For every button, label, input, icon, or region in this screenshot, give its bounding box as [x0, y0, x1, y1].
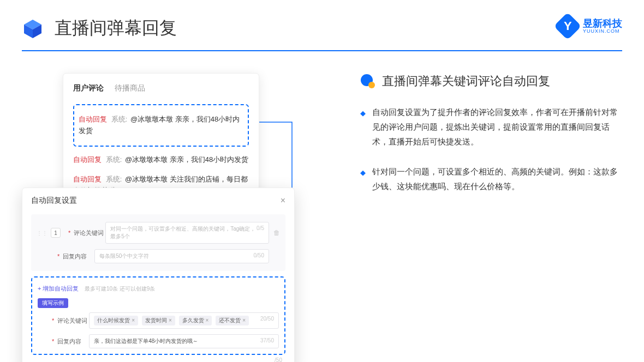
- diamond-icon: ◆: [360, 107, 366, 149]
- required-star-icon: *: [57, 253, 59, 260]
- tab-pending-goods[interactable]: 待播商品: [115, 83, 145, 95]
- example-highlight-box: + 增加自动回复 最多可建10条 还可以创建9条 填写示例 * 评论关键词 什么…: [31, 276, 285, 355]
- auto-reply-settings-modal: 自动回复设置 × ⋮⋮ 1 * 评论关键词 对同一个问题，可设置多个相近、高频的…: [22, 188, 295, 362]
- add-auto-reply-link[interactable]: + 增加自动回复: [38, 285, 79, 293]
- tab-bar: 用户评论 待播商品: [73, 83, 249, 95]
- required-star-icon: *: [68, 230, 70, 236]
- order-number: 1: [51, 228, 61, 238]
- close-icon[interactable]: ×: [281, 196, 285, 206]
- modal-title: 自动回复设置: [31, 196, 77, 206]
- delete-icon[interactable]: 🗑: [273, 229, 280, 237]
- highlighted-comment: 自动回复 系统: @冰墩墩本墩 亲亲，我们48小时内发货: [73, 104, 249, 147]
- chat-bubble-icon: [360, 74, 375, 89]
- keyword-tag[interactable]: 发货时间: [142, 316, 175, 325]
- logo-icon: Y: [554, 13, 582, 40]
- reply-form-block: ⋮⋮ 1 * 评论关键词 对同一个问题，可设置多个相近、高频的关键词，Tag确定…: [31, 214, 285, 271]
- cube-icon: [22, 17, 44, 39]
- footer-count: /50: [31, 355, 285, 362]
- example-content-input[interactable]: 亲，我们这边都是下单48小时内发货的哦～ 37/50: [89, 334, 279, 348]
- keyword-input[interactable]: 对同一个问题，可设置多个相近、高频的关键词，Tag确定，最多5个 0/5: [105, 222, 269, 244]
- tab-user-comments[interactable]: 用户评论: [73, 83, 104, 95]
- system-tag: 系统:: [111, 115, 128, 123]
- logo-text-cn: 昱新科技: [583, 19, 622, 28]
- diamond-icon: ◆: [360, 166, 366, 194]
- keyword-tag[interactable]: 多久发货: [179, 316, 212, 325]
- bullet-item: ◆ 自动回复设置为了提升作者的评论回复效率，作者可在开播前针对常见的评论用户问题…: [360, 105, 622, 149]
- content-input[interactable]: 每条限50个中文字符 0/50: [94, 249, 269, 263]
- drag-handle-icon[interactable]: ⋮⋮: [37, 230, 47, 236]
- add-hint-text: 最多可建10条 还可以创建9条: [85, 286, 155, 292]
- section-title: 直播间弹幕关键词评论自动回复: [382, 73, 550, 89]
- screenshot-stack: 用户评论 待播商品 自动回复 系统: @冰墩墩本墩 亲亲，我们48小时内发货 自…: [22, 73, 311, 335]
- description-column: 直播间弹幕关键词评论自动回复 ◆ 自动回复设置为了提升作者的评论回复效率，作者可…: [311, 73, 622, 335]
- svg-point-4: [368, 82, 375, 88]
- keyword-tag[interactable]: 什么时候发货: [94, 316, 138, 325]
- comment-row: 自动回复 系统: @冰墩墩本墩 亲亲，我们48小时内发货: [73, 150, 249, 170]
- example-keyword-input[interactable]: 什么时候发货 发货时间 多久发货 还不发货 20/50: [89, 312, 279, 329]
- bullet-item: ◆ 针对同一个问题，可设置多个相近的、高频的关键词。例如：这款多少钱、这块能优惠…: [360, 164, 622, 194]
- page-title: 直播间弹幕回复: [55, 16, 177, 40]
- keyword-field-label: 评论关键词: [74, 229, 105, 237]
- logo-text-en: YUUXIN.COM: [583, 28, 622, 34]
- keyword-tag[interactable]: 还不发货: [216, 316, 249, 325]
- auto-reply-tag: 自动回复: [79, 115, 107, 123]
- example-badge: 填写示例: [38, 298, 68, 308]
- page-header: 直播间弹幕回复: [0, 0, 644, 40]
- brand-logo: Y 昱新科技 YUUXIN.COM: [558, 16, 622, 36]
- content-field-label: 回复内容: [63, 252, 94, 261]
